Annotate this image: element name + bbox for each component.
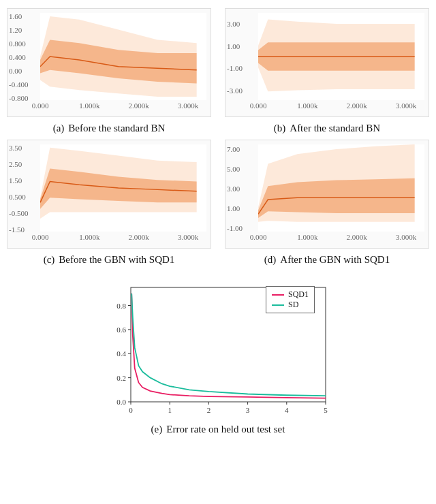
svg-text:0.4: 0.4 xyxy=(116,349,126,358)
y-ticks-c: 3.502.501.500.500-0.500-1.50 xyxy=(9,140,40,232)
caption-d: (d)After the GBN with SQD1 xyxy=(264,254,390,266)
legend-swatch-sd xyxy=(272,304,284,306)
svg-text:5: 5 xyxy=(324,406,328,414)
plot-d xyxy=(258,144,424,232)
caption-tag: (a) xyxy=(53,123,65,133)
caption-text: Before the GBN with SQD1 xyxy=(59,254,174,265)
caption-a: (a)Before the standard BN xyxy=(53,123,166,134)
cell-d: 7.005.003.001.00-1.00 0.0001.000k2.000k3… xyxy=(223,140,431,266)
svg-text:0.0: 0.0 xyxy=(116,398,126,406)
caption-e: (e)Error rate on held out test set xyxy=(151,424,285,435)
svg-text:0.2: 0.2 xyxy=(116,374,126,382)
caption-text: Error rate on held out test set xyxy=(166,424,285,435)
caption-text: After the GBN with SQD1 xyxy=(280,254,390,265)
caption-tag: (d) xyxy=(264,254,277,265)
chart-grid: 1.601.200.8000.4000.00-0.400-0.800 0.000… xyxy=(5,8,431,266)
chart-a: 1.601.200.8000.4000.00-0.400-0.800 0.000… xyxy=(7,8,211,117)
cell-b: 3.001.00-1.00-3.00 0.0001.000k2.000k3.00… xyxy=(223,8,431,134)
caption-c: (c)Before the GBN with SQD1 xyxy=(44,254,175,266)
caption-b: (b)After the standard BN xyxy=(274,123,380,134)
legend-row-sd: SD xyxy=(272,300,309,310)
cell-a: 1.601.200.8000.4000.00-0.400-0.800 0.000… xyxy=(5,8,213,134)
plot-c xyxy=(40,144,206,232)
svg-text:2: 2 xyxy=(207,406,211,414)
svg-text:1: 1 xyxy=(168,406,172,414)
x-ticks-b: 0.0001.000k2.000k3.000k xyxy=(258,101,426,114)
x-ticks-d: 0.0001.000k2.000k3.000k xyxy=(258,233,426,245)
legend-label: SD xyxy=(288,300,298,310)
y-ticks-a: 1.601.200.8000.4000.00-0.400-0.800 xyxy=(9,9,40,100)
plot-a xyxy=(40,13,206,100)
svg-text:0: 0 xyxy=(129,406,133,414)
chart-b: 3.001.00-1.00-3.00 0.0001.000k2.000k3.00… xyxy=(225,8,429,117)
legend-label: SQD1 xyxy=(288,289,309,300)
x-ticks-c: 0.0001.000k2.000k3.000k xyxy=(40,233,208,245)
chart-c: 3.502.501.500.500-0.500-1.50 0.0001.000k… xyxy=(7,140,211,249)
caption-tag: (c) xyxy=(44,254,55,265)
svg-text:0.6: 0.6 xyxy=(116,326,126,334)
caption-text: Before the standard BN xyxy=(68,123,165,133)
caption-tag: (e) xyxy=(151,424,163,435)
y-ticks-d: 7.005.003.001.00-1.00 xyxy=(227,140,258,232)
legend-swatch-sqd1 xyxy=(272,294,284,296)
cell-e: 0123450.00.20.40.60.8 SQD1 SD (e)Error r… xyxy=(5,282,431,435)
svg-text:0.8: 0.8 xyxy=(116,302,126,310)
chart-e: 0123450.00.20.40.60.8 SQD1 SD xyxy=(102,282,334,418)
x-ticks-a: 0.0001.000k2.000k3.000k xyxy=(40,101,208,114)
caption-tag: (b) xyxy=(274,123,286,133)
caption-text: After the standard BN xyxy=(290,123,380,133)
plot-b xyxy=(258,13,424,100)
legend: SQD1 SD xyxy=(266,286,315,313)
svg-text:4: 4 xyxy=(285,406,289,414)
chart-d: 7.005.003.001.00-1.00 0.0001.000k2.000k3… xyxy=(225,140,429,249)
svg-text:3: 3 xyxy=(246,406,250,414)
y-ticks-b: 3.001.00-1.00-3.00 xyxy=(227,9,258,100)
cell-c: 3.502.501.500.500-0.500-1.50 0.0001.000k… xyxy=(5,140,213,266)
legend-row-sqd1: SQD1 xyxy=(272,289,309,300)
